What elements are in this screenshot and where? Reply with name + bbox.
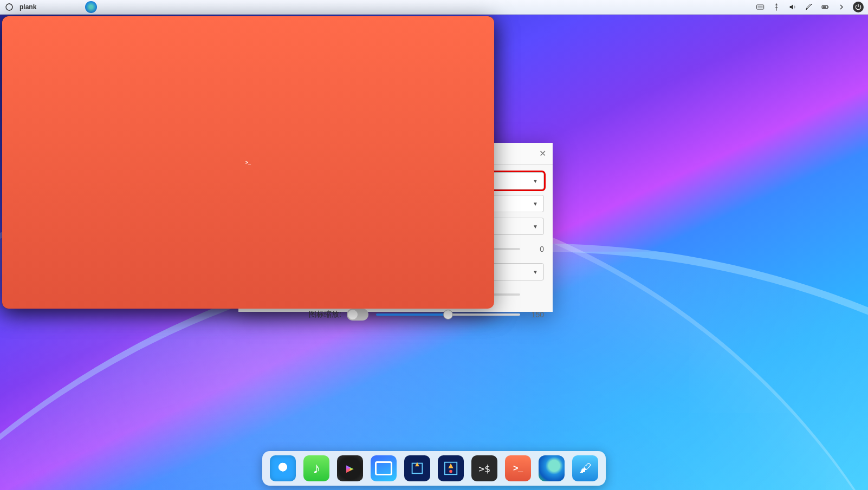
close-dialog-button[interactable]: ✕ — [539, 148, 546, 159]
alignment-offset-value: 0 — [526, 245, 544, 253]
dock-photos-icon[interactable] — [371, 455, 397, 481]
chevron-down-icon: ▼ — [533, 224, 538, 230]
icon-zoom-value: 150 — [526, 310, 544, 319]
chevron-down-icon: ▼ — [533, 178, 538, 184]
chevron-down-icon: ▼ — [533, 269, 538, 275]
dock-music-icon[interactable] — [303, 455, 329, 481]
dock-ui-tool-icon[interactable] — [572, 455, 598, 481]
svg-rect-6 — [828, 6, 828, 8]
taskbar-edge-icon[interactable] — [85, 1, 97, 13]
icon-zoom-switch[interactable] — [347, 309, 368, 321]
label-icon-zoom: 图标缩放: — [244, 310, 347, 319]
icon-zoom-slider[interactable] — [376, 313, 520, 316]
dock-screenshot-icon[interactable] — [404, 455, 430, 481]
volume-icon[interactable] — [788, 2, 798, 12]
dock-terminal-icon[interactable] — [505, 455, 531, 481]
active-app-name: plank — [20, 3, 36, 11]
svg-rect-1 — [756, 5, 763, 9]
dock — [262, 451, 606, 486]
power-icon[interactable] — [853, 2, 864, 12]
dock-movie-icon[interactable] — [337, 455, 363, 481]
keyboard-icon[interactable] — [755, 2, 765, 12]
chevron-down-icon: ▼ — [533, 201, 538, 207]
dock-browser-icon[interactable] — [270, 455, 296, 481]
svg-point-9 — [449, 470, 452, 473]
launcher-icon[interactable] — [4, 2, 14, 12]
arrow-right-icon[interactable] — [837, 2, 846, 12]
top-panel: plank — [0, 0, 868, 15]
dock-recorder-icon[interactable] — [438, 455, 464, 481]
brush-icon[interactable] — [804, 2, 814, 12]
svg-rect-5 — [822, 6, 826, 8]
battery-icon[interactable] — [820, 2, 830, 12]
dock-edge-icon[interactable] — [539, 455, 565, 481]
dock-devtool-icon[interactable] — [471, 455, 497, 481]
taskbar-terminal-icon[interactable] — [2, 16, 494, 309]
usb-icon[interactable] — [772, 2, 781, 12]
